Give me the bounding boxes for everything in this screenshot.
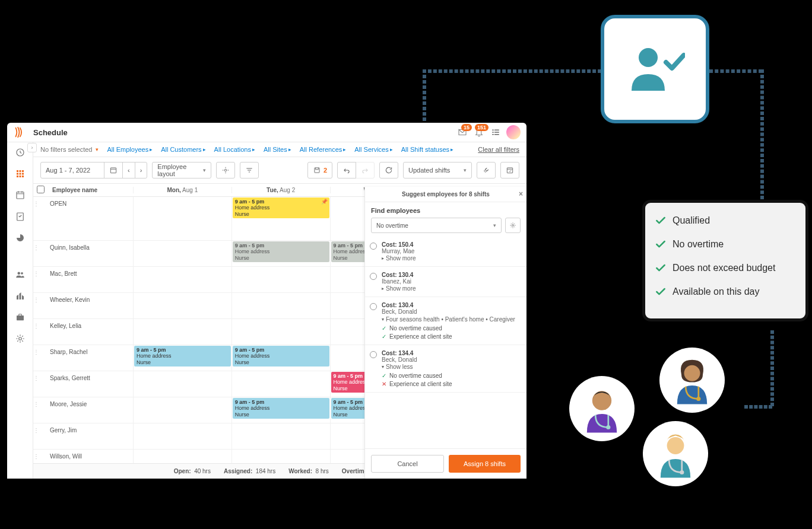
avatar-illustration bbox=[569, 376, 635, 441]
criteria-item: Does not exceed budget bbox=[655, 262, 796, 274]
panel-settings-button[interactable] bbox=[505, 218, 521, 233]
filter-locations[interactable]: All Locations bbox=[214, 146, 255, 153]
day-cell[interactable] bbox=[133, 450, 231, 463]
filter-references[interactable]: All References bbox=[300, 146, 347, 153]
day-cell[interactable] bbox=[133, 371, 231, 397]
row-drag-handle[interactable]: ⋮ bbox=[33, 293, 39, 318]
show-more-toggle[interactable]: Four seasons health • Patient's home • C… bbox=[382, 316, 521, 323]
select-all-checkbox[interactable] bbox=[37, 186, 45, 193]
filters-selected-dropdown[interactable]: No filters selected bbox=[40, 146, 99, 153]
calendar-action-button[interactable] bbox=[500, 162, 519, 179]
row-drag-handle[interactable]: ⋮ bbox=[33, 197, 39, 240]
day-cell[interactable] bbox=[133, 319, 231, 345]
day-cell[interactable]: 9 am - 5 pmHome addressNurse bbox=[231, 241, 330, 266]
svg-point-3 bbox=[684, 365, 700, 381]
layout-settings-button[interactable] bbox=[216, 162, 235, 179]
nav-schedule-icon[interactable] bbox=[14, 167, 27, 180]
expand-handle[interactable]: › bbox=[27, 143, 37, 152]
tools-button[interactable] bbox=[477, 162, 496, 179]
day-cell[interactable] bbox=[231, 450, 330, 463]
employee-name: Kelley, Lelia bbox=[47, 319, 133, 345]
pin-icon: 📌 bbox=[321, 199, 328, 205]
assign-button[interactable]: Assign 8 shifts bbox=[449, 455, 521, 473]
select-employee-radio[interactable] bbox=[370, 243, 377, 250]
refresh-button[interactable] bbox=[379, 162, 398, 179]
show-more-toggle[interactable]: Show less bbox=[382, 364, 521, 370]
shift-block[interactable]: 9 am - 5 pmHome addressNurse bbox=[233, 346, 329, 367]
date-range-field[interactable]: Aug 1 - 7, 2022 bbox=[40, 162, 104, 179]
employee-name: Wheeler, Kevin bbox=[47, 293, 133, 318]
layout-select[interactable]: Employee layout▾ bbox=[152, 162, 211, 179]
show-more-toggle[interactable]: Show more bbox=[382, 285, 521, 292]
svg-point-4 bbox=[696, 397, 700, 401]
svg-rect-15 bbox=[19, 176, 21, 177]
day-cell[interactable] bbox=[133, 241, 231, 266]
day-cell[interactable] bbox=[231, 267, 330, 292]
shift-block[interactable]: 9 am - 5 pmHome addressNurse bbox=[233, 241, 329, 262]
day-cell[interactable] bbox=[133, 293, 231, 318]
day-cell[interactable] bbox=[231, 371, 330, 397]
shift-block[interactable]: 9 am - 5 pmHome addressNurse bbox=[134, 346, 231, 367]
nav-dashboard-icon[interactable] bbox=[14, 146, 27, 159]
day-cell[interactable] bbox=[231, 423, 330, 449]
next-week-button[interactable]: › bbox=[135, 162, 148, 179]
filter-settings-button[interactable] bbox=[240, 162, 259, 179]
redo-button[interactable] bbox=[356, 162, 375, 179]
prev-week-button[interactable]: ‹ bbox=[122, 162, 135, 179]
nav-reports-icon[interactable] bbox=[14, 231, 27, 244]
overtime-filter-select[interactable]: No overtime▾ bbox=[371, 218, 502, 233]
day-cell[interactable]: 9 am - 5 pmHome addressNurse bbox=[133, 345, 231, 371]
day-cell[interactable] bbox=[133, 267, 231, 292]
shift-block[interactable]: 9 am - 5 pmHome addressNurse bbox=[233, 398, 329, 419]
day-cell[interactable] bbox=[133, 397, 231, 423]
row-drag-handle[interactable]: ⋮ bbox=[33, 319, 39, 345]
user-avatar[interactable] bbox=[506, 125, 521, 139]
select-employee-radio[interactable] bbox=[370, 303, 377, 310]
show-more-toggle[interactable]: Show more bbox=[382, 255, 521, 262]
check-icon: ✓ bbox=[382, 333, 386, 340]
filter-services[interactable]: All Services bbox=[354, 146, 392, 153]
day-cell[interactable]: 9 am - 5 pmHome addressNurse bbox=[231, 345, 330, 371]
close-icon[interactable]: × bbox=[519, 190, 523, 198]
day-cell[interactable] bbox=[231, 319, 330, 345]
row-drag-handle[interactable]: ⋮ bbox=[33, 423, 39, 449]
criteria-card: Qualified No overtime Does not exceed bu… bbox=[642, 200, 808, 321]
select-employee-radio[interactable] bbox=[370, 351, 377, 358]
nav-tasks-icon[interactable] bbox=[14, 210, 27, 223]
date-picker-button[interactable] bbox=[104, 162, 123, 179]
row-drag-handle[interactable]: ⋮ bbox=[33, 267, 39, 292]
filter-customers[interactable]: All Customers bbox=[161, 146, 205, 153]
messages-icon[interactable]: 15 bbox=[454, 124, 471, 141]
day-cell[interactable] bbox=[133, 423, 231, 449]
svg-point-6 bbox=[680, 470, 684, 474]
nav-locations-icon[interactable] bbox=[14, 289, 27, 302]
undo-button[interactable] bbox=[337, 162, 356, 179]
filter-sites[interactable]: All Sites bbox=[264, 146, 291, 153]
row-drag-handle[interactable]: ⋮ bbox=[33, 345, 39, 371]
svg-rect-12 bbox=[19, 173, 21, 175]
updated-shifts-select[interactable]: Updated shifts▾ bbox=[403, 162, 472, 179]
filter-shift-statuses[interactable]: All Shift statuses bbox=[401, 146, 453, 153]
day-cell[interactable] bbox=[231, 293, 330, 318]
list-icon[interactable] bbox=[487, 124, 504, 141]
notifications-icon[interactable]: 151 bbox=[471, 124, 487, 141]
filter-employees[interactable]: All Employees bbox=[107, 146, 153, 153]
employee-name: Gerry, Jim bbox=[47, 423, 133, 449]
nav-settings-icon[interactable] bbox=[14, 332, 27, 345]
row-drag-handle[interactable]: ⋮ bbox=[33, 241, 39, 266]
day-cell[interactable]: 9 am - 5 pmHome addressNurse📌 bbox=[231, 197, 330, 240]
nav-people-icon[interactable] bbox=[14, 268, 27, 281]
cancel-button[interactable]: Cancel bbox=[371, 455, 444, 473]
criteria-item: Qualified bbox=[655, 215, 796, 227]
nav-briefcase-icon[interactable] bbox=[14, 311, 27, 324]
row-drag-handle[interactable]: ⋮ bbox=[33, 450, 39, 463]
clear-filters-link[interactable]: Clear all filters bbox=[478, 146, 519, 153]
select-employee-radio[interactable] bbox=[370, 273, 377, 280]
day-cell[interactable] bbox=[133, 197, 231, 240]
save-changes-button[interactable]: 2 bbox=[307, 162, 332, 179]
nav-calendar-icon[interactable] bbox=[14, 189, 27, 202]
row-drag-handle[interactable]: ⋮ bbox=[33, 371, 39, 397]
shift-block[interactable]: 9 am - 5 pmHome addressNurse📌 bbox=[233, 197, 329, 218]
day-cell[interactable]: 9 am - 5 pmHome addressNurse bbox=[231, 397, 330, 423]
row-drag-handle[interactable]: ⋮ bbox=[33, 397, 39, 423]
